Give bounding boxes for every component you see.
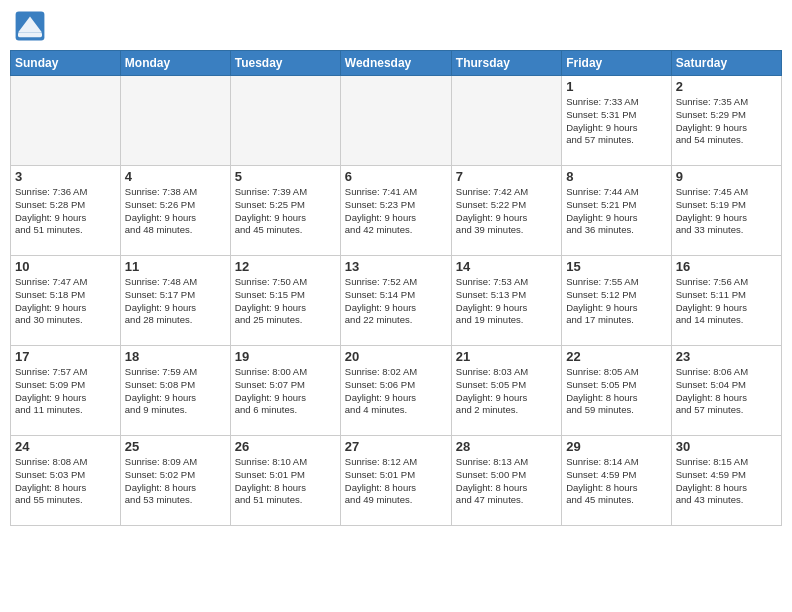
day-number: 13 [345, 259, 447, 274]
day-header-thursday: Thursday [451, 51, 561, 76]
day-header-monday: Monday [120, 51, 230, 76]
day-number: 15 [566, 259, 666, 274]
day-info: Sunrise: 7:59 AM Sunset: 5:08 PM Dayligh… [125, 366, 226, 417]
calendar-cell: 11Sunrise: 7:48 AM Sunset: 5:17 PM Dayli… [120, 256, 230, 346]
day-number: 9 [676, 169, 777, 184]
calendar-cell: 17Sunrise: 7:57 AM Sunset: 5:09 PM Dayli… [11, 346, 121, 436]
day-info: Sunrise: 7:41 AM Sunset: 5:23 PM Dayligh… [345, 186, 447, 237]
day-info: Sunrise: 8:05 AM Sunset: 5:05 PM Dayligh… [566, 366, 666, 417]
calendar-cell: 24Sunrise: 8:08 AM Sunset: 5:03 PM Dayli… [11, 436, 121, 526]
day-number: 5 [235, 169, 336, 184]
svg-rect-2 [18, 32, 42, 37]
day-number: 4 [125, 169, 226, 184]
day-number: 7 [456, 169, 557, 184]
day-info: Sunrise: 8:08 AM Sunset: 5:03 PM Dayligh… [15, 456, 116, 507]
day-info: Sunrise: 8:14 AM Sunset: 4:59 PM Dayligh… [566, 456, 666, 507]
day-number: 1 [566, 79, 666, 94]
day-number: 28 [456, 439, 557, 454]
calendar-cell [11, 76, 121, 166]
calendar-cell: 25Sunrise: 8:09 AM Sunset: 5:02 PM Dayli… [120, 436, 230, 526]
calendar-cell: 20Sunrise: 8:02 AM Sunset: 5:06 PM Dayli… [340, 346, 451, 436]
day-info: Sunrise: 8:13 AM Sunset: 5:00 PM Dayligh… [456, 456, 557, 507]
day-info: Sunrise: 7:56 AM Sunset: 5:11 PM Dayligh… [676, 276, 777, 327]
calendar-cell: 29Sunrise: 8:14 AM Sunset: 4:59 PM Dayli… [562, 436, 671, 526]
calendar-cell: 14Sunrise: 7:53 AM Sunset: 5:13 PM Dayli… [451, 256, 561, 346]
day-info: Sunrise: 7:47 AM Sunset: 5:18 PM Dayligh… [15, 276, 116, 327]
day-number: 30 [676, 439, 777, 454]
day-info: Sunrise: 7:35 AM Sunset: 5:29 PM Dayligh… [676, 96, 777, 147]
day-header-sunday: Sunday [11, 51, 121, 76]
day-info: Sunrise: 7:53 AM Sunset: 5:13 PM Dayligh… [456, 276, 557, 327]
calendar-week-row: 1Sunrise: 7:33 AM Sunset: 5:31 PM Daylig… [11, 76, 782, 166]
day-number: 14 [456, 259, 557, 274]
calendar-cell: 10Sunrise: 7:47 AM Sunset: 5:18 PM Dayli… [11, 256, 121, 346]
calendar-cell: 27Sunrise: 8:12 AM Sunset: 5:01 PM Dayli… [340, 436, 451, 526]
calendar-cell: 7Sunrise: 7:42 AM Sunset: 5:22 PM Daylig… [451, 166, 561, 256]
calendar-cell: 8Sunrise: 7:44 AM Sunset: 5:21 PM Daylig… [562, 166, 671, 256]
day-header-tuesday: Tuesday [230, 51, 340, 76]
calendar-cell: 6Sunrise: 7:41 AM Sunset: 5:23 PM Daylig… [340, 166, 451, 256]
day-info: Sunrise: 7:55 AM Sunset: 5:12 PM Dayligh… [566, 276, 666, 327]
day-number: 6 [345, 169, 447, 184]
calendar-cell [451, 76, 561, 166]
day-number: 23 [676, 349, 777, 364]
calendar-cell: 23Sunrise: 8:06 AM Sunset: 5:04 PM Dayli… [671, 346, 781, 436]
calendar-cell [340, 76, 451, 166]
calendar-cell: 22Sunrise: 8:05 AM Sunset: 5:05 PM Dayli… [562, 346, 671, 436]
calendar-cell [230, 76, 340, 166]
day-number: 27 [345, 439, 447, 454]
calendar-week-row: 10Sunrise: 7:47 AM Sunset: 5:18 PM Dayli… [11, 256, 782, 346]
calendar-cell: 16Sunrise: 7:56 AM Sunset: 5:11 PM Dayli… [671, 256, 781, 346]
logo-icon [14, 10, 46, 42]
calendar-cell: 26Sunrise: 8:10 AM Sunset: 5:01 PM Dayli… [230, 436, 340, 526]
day-number: 17 [15, 349, 116, 364]
calendar-cell: 3Sunrise: 7:36 AM Sunset: 5:28 PM Daylig… [11, 166, 121, 256]
calendar-week-row: 17Sunrise: 7:57 AM Sunset: 5:09 PM Dayli… [11, 346, 782, 436]
calendar-cell: 13Sunrise: 7:52 AM Sunset: 5:14 PM Dayli… [340, 256, 451, 346]
day-info: Sunrise: 8:10 AM Sunset: 5:01 PM Dayligh… [235, 456, 336, 507]
day-header-friday: Friday [562, 51, 671, 76]
calendar-cell: 1Sunrise: 7:33 AM Sunset: 5:31 PM Daylig… [562, 76, 671, 166]
day-number: 10 [15, 259, 116, 274]
day-info: Sunrise: 8:15 AM Sunset: 4:59 PM Dayligh… [676, 456, 777, 507]
logo [14, 10, 50, 42]
calendar-cell: 28Sunrise: 8:13 AM Sunset: 5:00 PM Dayli… [451, 436, 561, 526]
day-info: Sunrise: 7:39 AM Sunset: 5:25 PM Dayligh… [235, 186, 336, 237]
day-number: 3 [15, 169, 116, 184]
day-number: 25 [125, 439, 226, 454]
day-number: 16 [676, 259, 777, 274]
day-info: Sunrise: 7:57 AM Sunset: 5:09 PM Dayligh… [15, 366, 116, 417]
day-number: 19 [235, 349, 336, 364]
day-number: 8 [566, 169, 666, 184]
day-info: Sunrise: 8:00 AM Sunset: 5:07 PM Dayligh… [235, 366, 336, 417]
calendar-header-row: SundayMondayTuesdayWednesdayThursdayFrid… [11, 51, 782, 76]
day-header-saturday: Saturday [671, 51, 781, 76]
day-info: Sunrise: 7:42 AM Sunset: 5:22 PM Dayligh… [456, 186, 557, 237]
day-info: Sunrise: 7:50 AM Sunset: 5:15 PM Dayligh… [235, 276, 336, 327]
day-info: Sunrise: 7:52 AM Sunset: 5:14 PM Dayligh… [345, 276, 447, 327]
calendar-cell: 19Sunrise: 8:00 AM Sunset: 5:07 PM Dayli… [230, 346, 340, 436]
day-info: Sunrise: 8:06 AM Sunset: 5:04 PM Dayligh… [676, 366, 777, 417]
calendar-cell: 5Sunrise: 7:39 AM Sunset: 5:25 PM Daylig… [230, 166, 340, 256]
day-header-wednesday: Wednesday [340, 51, 451, 76]
calendar-cell: 2Sunrise: 7:35 AM Sunset: 5:29 PM Daylig… [671, 76, 781, 166]
day-number: 26 [235, 439, 336, 454]
calendar-cell: 21Sunrise: 8:03 AM Sunset: 5:05 PM Dayli… [451, 346, 561, 436]
day-info: Sunrise: 8:12 AM Sunset: 5:01 PM Dayligh… [345, 456, 447, 507]
day-number: 11 [125, 259, 226, 274]
day-number: 2 [676, 79, 777, 94]
calendar-cell: 9Sunrise: 7:45 AM Sunset: 5:19 PM Daylig… [671, 166, 781, 256]
calendar-week-row: 3Sunrise: 7:36 AM Sunset: 5:28 PM Daylig… [11, 166, 782, 256]
calendar-cell: 12Sunrise: 7:50 AM Sunset: 5:15 PM Dayli… [230, 256, 340, 346]
calendar-cell: 18Sunrise: 7:59 AM Sunset: 5:08 PM Dayli… [120, 346, 230, 436]
calendar-cell: 30Sunrise: 8:15 AM Sunset: 4:59 PM Dayli… [671, 436, 781, 526]
day-number: 24 [15, 439, 116, 454]
day-info: Sunrise: 8:09 AM Sunset: 5:02 PM Dayligh… [125, 456, 226, 507]
day-number: 20 [345, 349, 447, 364]
day-info: Sunrise: 7:44 AM Sunset: 5:21 PM Dayligh… [566, 186, 666, 237]
calendar-cell [120, 76, 230, 166]
day-number: 18 [125, 349, 226, 364]
day-info: Sunrise: 7:48 AM Sunset: 5:17 PM Dayligh… [125, 276, 226, 327]
day-info: Sunrise: 7:38 AM Sunset: 5:26 PM Dayligh… [125, 186, 226, 237]
day-info: Sunrise: 7:36 AM Sunset: 5:28 PM Dayligh… [15, 186, 116, 237]
